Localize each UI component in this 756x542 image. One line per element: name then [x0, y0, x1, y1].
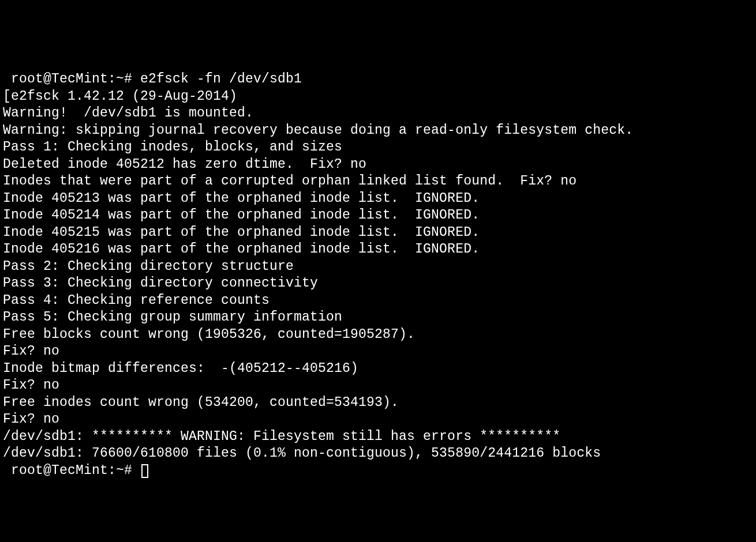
terminal-line: Inode 405216 was part of the orphaned in… [3, 241, 753, 258]
terminal-line: Pass 1: Checking inodes, blocks, and siz… [3, 139, 753, 156]
terminal-line: Warning: skipping journal recovery becau… [3, 122, 753, 140]
terminal-line: root@TecMint:~# e2fsck -fn /dev/sdb1 [3, 71, 753, 88]
terminal-line: Inodes that were part of a corrupted orp… [3, 173, 753, 190]
terminal-line: Warning! /dev/sdb1 is mounted. [3, 105, 753, 122]
terminal-line: Fix? no [3, 343, 753, 360]
terminal-line: [e2fsck 1.42.12 (29-Aug-2014) [3, 88, 753, 106]
terminal-line: Deleted inode 405212 has zero dtime. Fix… [3, 156, 753, 174]
terminal-line: Inode 405214 was part of the orphaned in… [3, 207, 753, 224]
terminal-line: Fix? no [3, 377, 753, 394]
terminal-line: Pass 4: Checking reference counts [3, 292, 753, 310]
cursor-icon[interactable] [141, 464, 148, 478]
terminal-output[interactable]: root@TecMint:~# e2fsck -fn /dev/sdb1[e2f… [3, 71, 753, 479]
terminal-line: Pass 3: Checking directory connectivity [3, 275, 753, 292]
terminal-line: Inode 405215 was part of the orphaned in… [3, 224, 753, 242]
terminal-line: /dev/sdb1: 76600/610800 files (0.1% non-… [3, 445, 753, 462]
terminal-line: Inode bitmap differences: -(405212--4052… [3, 360, 753, 378]
terminal-line: Pass 2: Checking directory structure [3, 258, 753, 276]
terminal-line: Fix? no [3, 411, 753, 428]
terminal-line: Free inodes count wrong (534200, counted… [3, 394, 753, 412]
terminal-line: Free blocks count wrong (1905326, counte… [3, 326, 753, 344]
terminal-line: /dev/sdb1: ********** WARNING: Filesyste… [3, 428, 753, 446]
terminal-line: Pass 5: Checking group summary informati… [3, 309, 753, 326]
terminal-line: Inode 405213 was part of the orphaned in… [3, 190, 753, 208]
terminal-prompt: root@TecMint:~# [3, 463, 140, 478]
